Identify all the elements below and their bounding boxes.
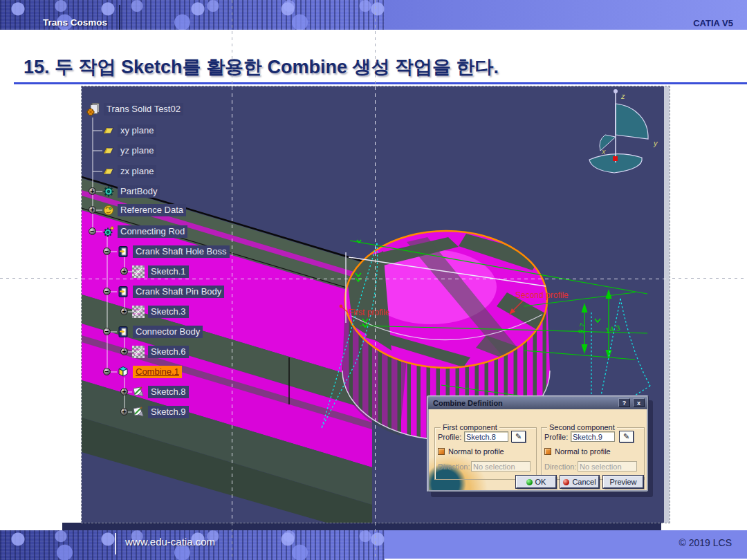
expander-reference-data[interactable]: + <box>89 206 96 214</box>
expander-combine-1[interactable]: − <box>103 368 111 375</box>
viewport-guide-v2 <box>375 86 376 523</box>
sketchpencil-icon <box>132 386 145 398</box>
copyright: © 2019 LCS <box>679 537 732 548</box>
sketchnoise-icon <box>132 346 145 358</box>
viewport-guide-h <box>82 279 670 279</box>
first-profile-sketch-icon[interactable]: ✎ <box>511 431 526 442</box>
tree-item-zx-plane[interactable]: zx plane <box>118 165 156 178</box>
catia-viewport[interactable]: 9.7 14.3 First profile Second profil <box>82 86 670 523</box>
profile-label: Profile: <box>438 433 461 441</box>
sketchpencil-icon <box>132 406 145 418</box>
expander-crank-shaft-pin-body[interactable]: − <box>103 288 111 295</box>
expander-connecting-rod[interactable]: − <box>89 227 96 235</box>
product-label: CATIA V5 <box>693 18 733 28</box>
orientation-compass[interactable]: z y x <box>589 89 658 173</box>
specification-tree: Trans Solid Test02xy planeyz planezx pla… <box>82 86 372 523</box>
tree-root-trans-solid-test02[interactable]: Trans Solid Test02 <box>104 103 183 115</box>
viewport-guide-v1 <box>232 86 232 523</box>
direction-label: Direction: <box>544 463 576 471</box>
tree-item-connecting-rod[interactable]: Connecting Rod <box>118 225 187 238</box>
dimension-label-outer: 14.3 <box>605 324 620 335</box>
refdata-icon <box>102 204 115 216</box>
group-legend: First component <box>441 423 499 431</box>
expander-sketch-1[interactable]: + <box>120 268 128 275</box>
ok-button[interactable]: OK <box>516 476 556 488</box>
footer-divider <box>115 533 116 554</box>
cancel-icon <box>563 479 569 485</box>
body-icon <box>117 245 129 258</box>
axis-z-label: z <box>620 92 625 100</box>
site-url[interactable]: www.edu-catia.com <box>125 536 215 548</box>
cancel-label: Cancel <box>572 478 596 486</box>
expander-crank-shaft-hole-boss[interactable]: − <box>103 248 111 255</box>
first-profile-input[interactable] <box>464 431 508 442</box>
tree-item-combine-1[interactable]: Combine.1 <box>133 366 182 378</box>
second-direction-input[interactable] <box>578 461 637 472</box>
direction-label: Direction: <box>438 463 470 471</box>
expander-sketch-9[interactable]: + <box>120 408 128 416</box>
dimension-label-inner: 9.7 <box>576 322 587 335</box>
tree-item-partbody[interactable]: PartBody <box>118 185 160 198</box>
combine-definition-dialog[interactable]: Combine Definition ? x First component P… <box>427 395 649 492</box>
axis-y-label: y <box>653 139 658 147</box>
part-icon <box>86 102 102 117</box>
plane-icon <box>102 165 115 178</box>
dialog-title: Combine Definition <box>433 399 503 407</box>
tree-item-connector-body[interactable]: Connector Body <box>133 326 203 338</box>
page-title: 15. 두 작업 Sketch를 활용한 Combine 생성 작업을 한다. <box>24 55 499 80</box>
header-right-band <box>374 0 747 30</box>
tree-item-crank-shaft-pin-body[interactable]: Crank Shaft Pin Body <box>133 286 224 298</box>
group-legend: Second component <box>547 423 617 431</box>
expander-partbody[interactable]: + <box>89 187 96 195</box>
plane-icon <box>102 124 115 137</box>
ok-icon <box>526 479 533 485</box>
normal-to-profile-label: Normal to profile <box>448 447 504 456</box>
title-rule <box>14 82 747 84</box>
tree-item-crank-shaft-hole-boss[interactable]: Crank Shaft Hole Boss <box>133 245 230 258</box>
tree-item-sketch-9[interactable]: Sketch.9 <box>148 406 189 418</box>
sketchnoise-icon <box>132 265 145 278</box>
expander-sketch-6[interactable]: + <box>120 348 128 355</box>
preview-label: Preview <box>609 478 636 486</box>
cancel-button[interactable]: Cancel <box>560 476 599 488</box>
header-bar: Trans Cosmos CATIA V5 <box>0 0 747 30</box>
tree-item-sketch-3[interactable]: Sketch.3 <box>148 306 189 318</box>
second-profile-label: Second profile <box>515 290 569 300</box>
axis-x-label: x <box>601 147 606 156</box>
viewport-edge-strip <box>664 86 670 523</box>
body-icon <box>117 326 129 338</box>
tree-item-sketch-6[interactable]: Sketch.6 <box>148 346 189 358</box>
expander-sketch-8[interactable]: + <box>120 388 128 395</box>
combine-icon <box>117 366 129 378</box>
brand-logo: Trans Cosmos <box>43 17 107 28</box>
gear-icon <box>102 185 115 198</box>
dimension-group: 9.7 14.3 <box>576 289 620 360</box>
tree-item-xy-plane[interactable]: xy plane <box>118 124 156 137</box>
tree-item-sketch-8[interactable]: Sketch.8 <box>148 386 189 398</box>
tree-item-sketch-1[interactable]: Sketch.1 <box>148 265 189 278</box>
first-direction-input[interactable] <box>471 461 531 472</box>
tree-item-yz-plane[interactable]: yz plane <box>118 144 156 157</box>
second-profile-sketch-icon[interactable]: ✎ <box>619 431 634 442</box>
expander-sketch-3[interactable]: + <box>120 308 128 315</box>
gearstar-icon <box>102 225 115 238</box>
expander-connector-body[interactable]: − <box>103 328 111 335</box>
first-component-group: First component Profile: ✎ Normal to pro… <box>434 427 537 480</box>
body-icon <box>117 286 129 298</box>
normal-to-profile-label: Normal to profile <box>555 447 611 456</box>
dialog-title-bar[interactable]: Combine Definition <box>428 397 647 409</box>
ok-label: OK <box>535 478 546 486</box>
plane-icon <box>102 144 115 157</box>
profile-label: Profile: <box>544 433 568 441</box>
tree-item-reference-data[interactable]: Reference Data <box>118 204 186 216</box>
dialog-close-button[interactable]: x <box>633 398 645 407</box>
second-normal-checkbox[interactable] <box>544 448 551 455</box>
dialog-body: First component Profile: ✎ Normal to pro… <box>429 409 647 490</box>
preview-button[interactable]: Preview <box>603 476 643 488</box>
sketchnoise-icon <box>132 306 145 318</box>
second-component-group: Second component Profile: ✎ Normal to pr… <box>541 427 645 480</box>
dialog-help-button[interactable]: ? <box>618 398 630 407</box>
header-divider <box>119 5 120 30</box>
second-profile-input[interactable] <box>571 431 615 442</box>
first-normal-checkbox[interactable] <box>438 448 445 455</box>
